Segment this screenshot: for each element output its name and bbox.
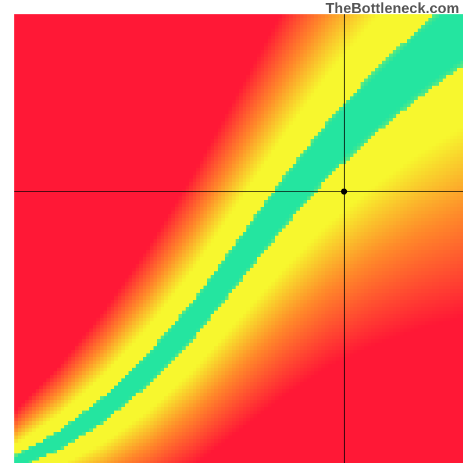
bottleneck-heatmap: TheBottleneck.com	[0, 0, 476, 476]
crosshair-overlay	[14, 14, 463, 463]
watermark-text: TheBottleneck.com	[325, 0, 459, 17]
